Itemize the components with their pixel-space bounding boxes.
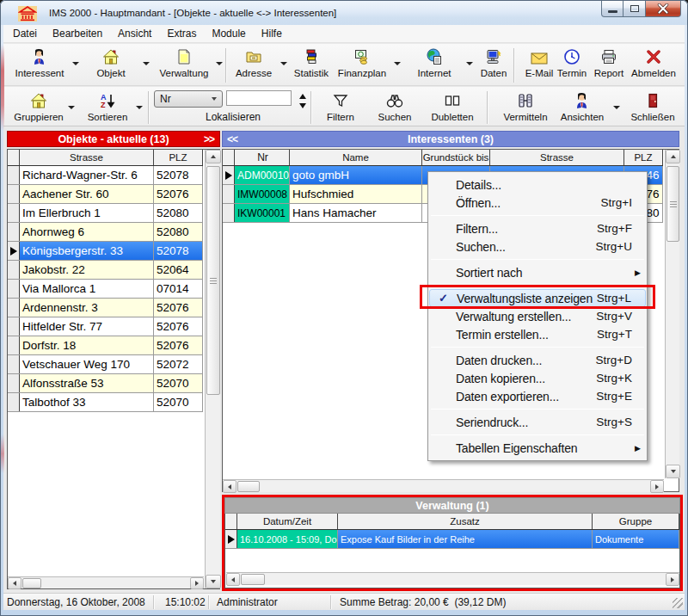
interessenten-vertical-scrollbar[interactable] [665,150,679,478]
collapse-panel-button[interactable]: >> [204,133,214,145]
dropdown-arrow-icon[interactable] [68,106,75,109]
locate-input[interactable] [226,90,292,106]
menu-item-label: Verwaltung erstellen... [456,310,596,323]
maximize-button[interactable] [624,1,645,17]
table-row[interactable]: Ahornweg 652080 [8,223,203,242]
combobox-arrow-icon[interactable] [206,97,222,101]
interessenten-horizontal-scrollbar[interactable] [223,479,664,492]
gruppieren-button[interactable]: Gruppieren [9,91,68,122]
column-header-strasse[interactable]: Strasse [490,150,624,165]
menu-item-daten-drucken[interactable]: Daten drucken...Strg+D [429,351,646,369]
menu-item-filtern[interactable]: Filtern...Strg+F [429,219,646,237]
internet-button[interactable]: Internet [405,47,464,78]
menu-item-verwaltung-erstellen[interactable]: Verwaltung erstellen...Strg+V [429,307,646,325]
scroll-left-button[interactable] [226,573,240,586]
objekt-button[interactable]: Objekt [82,47,140,78]
table-row[interactable]: Vetschauer Weg 17052072 [8,355,203,374]
dropdown-arrow-icon[interactable] [613,106,620,109]
table-row[interactable]: Via Mallorca 107014 [8,280,203,299]
resize-grip[interactable] [673,598,683,608]
menu-extras[interactable]: Extras [159,28,204,40]
menu-item-daten-kopieren[interactable]: Daten kopieren...Strg+K [429,369,646,387]
menu-item-sortiert-nach[interactable]: Sortiert nach▶ [429,263,646,281]
menu-ansicht[interactable]: Ansicht [110,28,159,40]
ansichten-button[interactable]: Ansichten [553,91,611,122]
dropdown-arrow-icon[interactable] [216,62,223,65]
table-row[interactable]: Richard-Wagner-Str. 652078 [8,166,203,185]
statistik-button[interactable]: Statistik [282,47,341,78]
dropdown-arrow-icon[interactable] [280,62,287,65]
spinner-down-button[interactable] [297,102,309,109]
column-header-nr[interactable]: Nr [235,150,290,165]
scroll-thumb[interactable] [241,574,265,585]
scroll-thumb[interactable] [22,578,41,588]
scroll-down-button[interactable] [206,575,221,588]
table-row[interactable]: Königsbergerstr. 3352078 [8,242,203,261]
scroll-right-button[interactable] [650,480,664,493]
menu-item-termin-erstellen[interactable]: Termin erstellen...Strg+T [429,325,646,343]
interessent-button[interactable]: Interessent [10,47,69,78]
scroll-left-button[interactable] [8,577,22,589]
verwaltung-horizontal-scrollbar[interactable] [226,572,679,585]
table-row[interactable]: Aachener Str. 6052076 [8,185,203,204]
menu-item-seriendruck[interactable]: Seriendruck...Strg+S [429,413,646,431]
menu-item-details[interactable]: Details... [429,176,646,194]
dropdown-arrow-icon[interactable] [143,62,150,65]
strasse-cell: Talbothof 33 [20,393,154,411]
column-header-strasse[interactable]: Strasse [20,150,154,165]
abmelden-button[interactable]: Abmelden [624,47,683,78]
column-header-zusatz[interactable]: Zusatz [338,514,593,529]
dropdown-arrow-icon[interactable] [72,62,79,65]
spinner-up-button[interactable] [297,92,309,100]
dropdown-arrow-icon[interactable] [394,62,401,65]
scroll-thumb[interactable] [237,481,260,492]
column-header-plz[interactable]: PLZ [154,150,203,165]
dropdown-arrow-icon[interactable] [466,62,473,65]
adresse-button[interactable]: Adresse [224,47,283,78]
scroll-left-button[interactable] [223,480,236,493]
menu-bearbeiten[interactable]: Bearbeiten [45,28,110,40]
scroll-up-button[interactable] [666,150,680,163]
finanzplan-button[interactable]: Finanzplan [333,47,391,78]
verwaltung-button[interactable]: Verwaltung [155,47,213,78]
table-row[interactable]: 16.10.2008 - 15:09, DoExpose Kauf Bilder… [225,530,679,549]
objekte-vertical-scrollbar[interactable] [205,150,220,588]
scroll-thumb[interactable] [206,166,220,395]
filtern-button[interactable]: Filtern [311,91,370,122]
scroll-right-button[interactable] [666,573,679,586]
table-row[interactable]: Im Ellerbruch 152080 [8,204,203,223]
locate-field-combobox[interactable]: Nr [154,90,223,108]
column-header-datum[interactable]: Datum/Zeit [237,514,338,529]
column-header-name[interactable]: Name [290,150,422,165]
minimize-button[interactable] [601,1,624,17]
table-row[interactable]: Alfonsstraße 5352070 [8,374,203,393]
menu-item-suchen[interactable]: Suchen...Strg+U [429,237,646,256]
vermitteln-button[interactable]: Vermitteln [496,91,555,122]
expand-panel-button[interactable]: << [227,133,237,145]
menu-datei[interactable]: Datei [5,28,45,40]
scroll-thumb[interactable] [666,166,679,242]
menu-item-oeffnen[interactable]: Öffnen...Strg+I [429,194,646,212]
scroll-right-button[interactable] [190,577,204,589]
suchen-button[interactable]: Suchen [366,91,424,122]
scroll-up-button[interactable] [206,150,221,163]
table-row[interactable]: Dorfstr. 1852076 [8,336,203,355]
objekte-horizontal-scrollbar[interactable] [8,576,204,588]
dubletten-button[interactable]: Dubletten [423,91,482,122]
column-header-gruppe[interactable]: Gruppe [593,514,679,529]
table-row[interactable]: Hitfelder Str. 7752076 [8,317,203,336]
scroll-down-button[interactable] [666,465,680,478]
table-row[interactable]: Ardennenstr. 352076 [8,299,203,317]
sortieren-button[interactable]: AZSortieren [78,91,137,122]
dropdown-arrow-icon[interactable] [136,106,143,109]
schliessen-button[interactable]: Schließen [624,91,682,122]
column-header-grundstueck[interactable]: Grundstück bis [422,150,490,165]
table-row[interactable]: Talbothof 3352070 [8,393,203,412]
close-button[interactable] [645,1,681,17]
column-header-plz[interactable]: PLZ [624,150,663,165]
menu-module[interactable]: Module [204,28,253,40]
menu-item-tabellen-eigenschaften[interactable]: Tabellen Eigenschaften▶ [429,439,646,457]
table-row[interactable]: Jakobstr. 2252064 [8,261,203,280]
menu-item-daten-exportieren[interactable]: Daten exportieren...Strg+E [429,387,646,405]
menu-hilfe[interactable]: Hilfe [254,28,290,40]
